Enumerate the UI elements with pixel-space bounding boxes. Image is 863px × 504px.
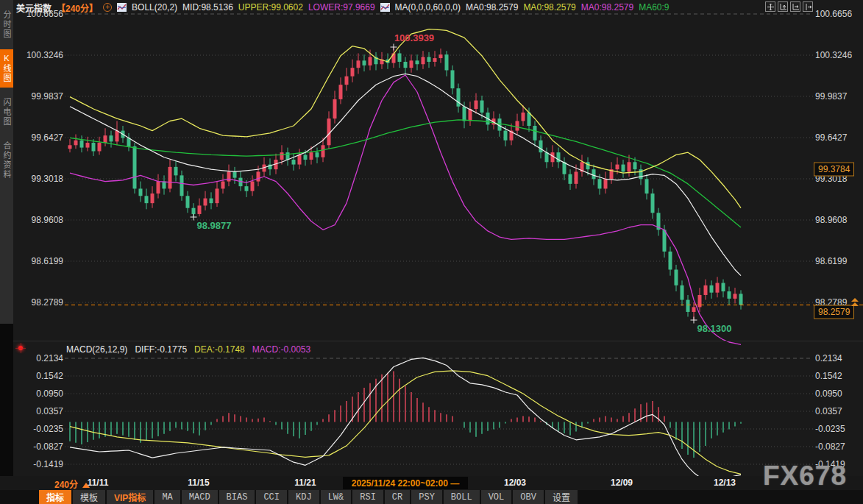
- price-chart-canvas[interactable]: [0, 0, 863, 476]
- pane-divider: [13, 341, 863, 341]
- price-badge: 99.3784: [814, 163, 854, 177]
- x-axis-date-label: 12/13: [714, 478, 736, 488]
- macd-y-axis-label-right: 0.1542: [815, 371, 861, 381]
- sidebar: 分时图 K线图 闪电图 合约资料: [0, 0, 13, 324]
- target-circle-icon[interactable]: +: [103, 3, 112, 12]
- x-axis-date-label: 11/11: [88, 478, 109, 488]
- macd-diff-value: DIFF:-0.1775: [135, 344, 187, 355]
- chart-header: 美元指数 【240分】 + BOLL(20,2) MID:98.5136 UPP…: [16, 1, 759, 14]
- ma-label: MA(0,0,0,60,0,0): [395, 2, 461, 13]
- indicator-button-ma[interactable]: MA: [155, 490, 180, 504]
- price-annotation: 98.9877: [197, 220, 232, 231]
- chart-svg: [0, 0, 863, 476]
- y-axis-label-left: 98.6199: [21, 256, 63, 266]
- y-axis-label-left: 99.6427: [21, 132, 63, 143]
- indicator-button-rsi[interactable]: RSI: [352, 490, 383, 504]
- extreme-cross-marker: [691, 317, 697, 324]
- x-axis-date-label: 11/15: [188, 478, 209, 488]
- scale-y-icon[interactable]: [778, 1, 788, 12]
- macd-y-axis-label-right: -0.0235: [815, 424, 861, 434]
- alert-dot-icon: [16, 344, 25, 352]
- macd-y-axis-label-right: 0.0357: [815, 406, 861, 416]
- sidebar-item-contract-info[interactable]: 合约资料: [0, 137, 13, 184]
- x-axis-date-label: 12/03: [504, 478, 526, 488]
- pan-move-icon[interactable]: [765, 1, 775, 12]
- boll-mid-value: MID:98.5136: [182, 2, 233, 13]
- x-axis-date-label: 11/21: [294, 478, 316, 488]
- indicator-button-[interactable]: 设置: [545, 490, 578, 504]
- x-axis-date-label: 12/09: [611, 478, 633, 488]
- boll-lower-value: LOWER:97.9669: [308, 2, 375, 13]
- indicator-button-macd[interactable]: MACD: [182, 490, 218, 504]
- sidebar-item-timeline[interactable]: 分时图: [0, 6, 13, 43]
- y-axis-label-right: 98.9608: [815, 215, 861, 225]
- y-axis-label-right: 99.6427: [815, 132, 861, 143]
- indicator-button-vol[interactable]: VOL: [481, 490, 512, 504]
- macd-y-axis-label-left: 0.0950: [21, 388, 63, 399]
- macd-y-axis-label-left: -0.0827: [21, 441, 63, 452]
- ma0-value-1: MA0:98.2579: [466, 2, 518, 13]
- window-controls: [765, 1, 813, 12]
- macd-title: MACD(26,12,9): [66, 344, 127, 355]
- price-badge: 98.2579: [814, 305, 854, 319]
- macd-y-axis-label-right: 0.0950: [815, 388, 861, 399]
- price-annotation: 100.3939: [394, 32, 434, 43]
- tab-vip-indicators[interactable]: VIP指标: [107, 490, 153, 504]
- indicator-button-psy[interactable]: PSY: [411, 490, 442, 504]
- indicator-button-bias[interactable]: BIAS: [219, 490, 255, 504]
- y-axis-label-right: 98.6199: [815, 256, 861, 266]
- sidebar-item-kline[interactable]: K线图: [0, 49, 13, 88]
- period-badge[interactable]: 【240分】: [57, 1, 98, 14]
- period-selector[interactable]: 240分: [54, 478, 90, 490]
- sidebar-item-flash[interactable]: 闪电图: [0, 93, 13, 131]
- macd-y-axis-label-left: -0.0235: [21, 424, 63, 434]
- y-axis-label-left: 98.9608: [21, 215, 63, 225]
- indicator-toolbar: 指标 模板 VIP指标 MAMACDBIASCCIKDJLW&RSICRPSYB…: [0, 490, 863, 504]
- macd-y-axis-label-right: 0.2134: [815, 353, 861, 363]
- y-axis-label-left: 100.3246: [21, 50, 63, 60]
- scale-x-icon[interactable]: [790, 1, 800, 12]
- indicator-button-boll[interactable]: BOLL: [444, 490, 480, 504]
- y-axis-label-right: 100.3246: [815, 50, 861, 60]
- ma60-value: MA60:9: [639, 2, 669, 13]
- indicator-button-obv[interactable]: OBV: [513, 490, 544, 504]
- ma0-value-2: MA0:98.2579: [523, 2, 575, 13]
- exit-panel-icon[interactable]: [803, 1, 813, 12]
- extreme-cross-marker: [191, 213, 197, 220]
- selected-time-readout: 2025/11/24 22:00~02:00 —: [343, 477, 468, 489]
- ma0-value-3: MA0:98.2579: [581, 2, 633, 13]
- symbol-title: 美元指数: [16, 1, 52, 14]
- macd-y-axis-label-left: -0.1419: [21, 459, 63, 469]
- tab-indicators[interactable]: 指标: [39, 490, 71, 504]
- boll-label: BOLL(20,2): [132, 2, 177, 13]
- price-up-arrows-icon: [851, 298, 859, 307]
- tab-templates[interactable]: 模板: [73, 490, 105, 504]
- ma-indicator-icon[interactable]: [380, 3, 390, 12]
- indicator-button-cci[interactable]: CCI: [256, 490, 287, 504]
- macd-y-axis-label-left: 0.0357: [21, 406, 63, 416]
- watermark-logo: FX678: [763, 461, 847, 491]
- macd-y-axis-label-right: -0.0827: [815, 441, 861, 452]
- y-axis-label-left: 99.3018: [21, 174, 63, 184]
- y-axis-label-right: 100.6656: [815, 9, 861, 19]
- boll-upper-value: UPPER:99.0602: [238, 2, 303, 13]
- macd-macd-value: MACD:-0.0053: [252, 344, 310, 355]
- y-axis-label-left: 98.2789: [21, 297, 63, 308]
- x-axis-row: 240分 2025/11/24 22:00~02:00 — 11/1111/15…: [0, 476, 863, 490]
- macd-header: MACD(26,12,9) DIFF:-0.1775 DEA:-0.1748 M…: [66, 344, 310, 355]
- chart-window: 分时图 K线图 闪电图 合约资料 美元指数 【240分】 + BOLL(20,2…: [0, 0, 863, 504]
- boll-indicator-icon[interactable]: [117, 3, 127, 12]
- price-annotation: 98.1300: [697, 323, 732, 334]
- macd-dea-value: DEA:-0.1748: [194, 344, 245, 355]
- extreme-cross-marker: [391, 43, 397, 50]
- indicator-button-kdj[interactable]: KDJ: [288, 490, 319, 504]
- y-axis-label-right: 99.9837: [815, 91, 861, 102]
- indicator-button-lw[interactable]: LW&: [321, 490, 352, 504]
- macd-y-axis-label-left: 0.1542: [21, 371, 63, 381]
- indicator-button-cr[interactable]: CR: [385, 490, 410, 504]
- macd-y-axis-label-left: 0.2134: [21, 353, 63, 363]
- y-axis-label-left: 99.9837: [21, 91, 63, 102]
